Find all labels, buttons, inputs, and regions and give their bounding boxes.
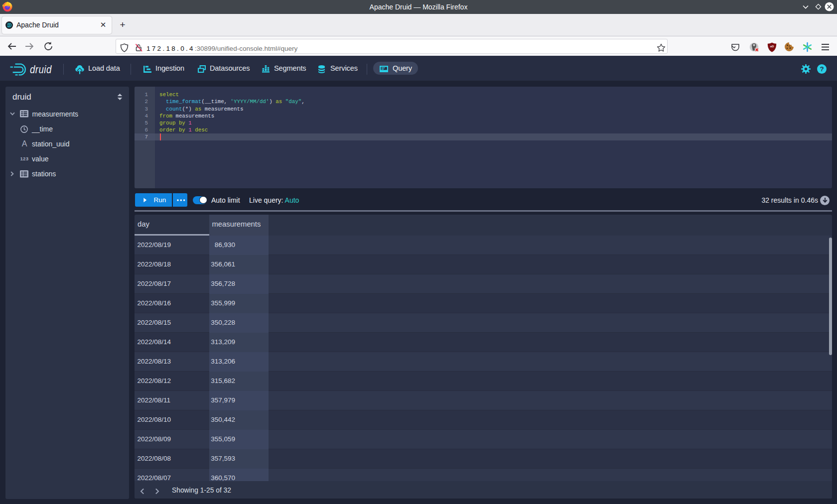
svg-text:?: ? xyxy=(820,65,824,73)
svg-text:uO: uO xyxy=(770,45,774,48)
